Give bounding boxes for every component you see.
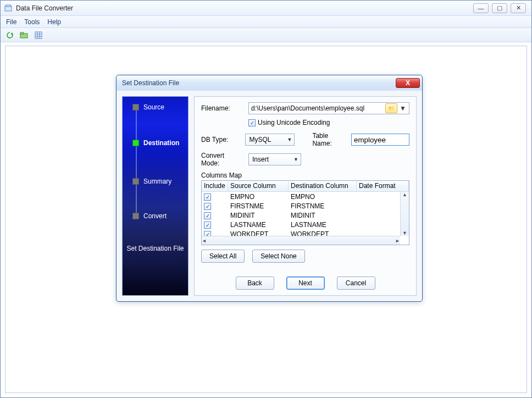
select-none-button[interactable]: Select None: [252, 250, 304, 263]
menu-tools[interactable]: Tools: [24, 18, 40, 26]
titlebar: Data File Converter ― ▢ ✕: [1, 1, 531, 16]
wizard-step-label: Summary: [143, 178, 171, 185]
menubar: File Tools Help: [1, 16, 531, 28]
include-checkbox[interactable]: ✓: [204, 203, 211, 210]
tablename-label: Table Name:: [312, 132, 347, 147]
dbtype-value: MySQL: [249, 136, 271, 143]
source-column-cell: FIRSTNME: [228, 202, 289, 210]
app-title: Data File Converter: [16, 4, 473, 12]
dialog-titlebar: Set Destination File X: [117, 75, 422, 91]
browse-button[interactable]: 📁: [385, 103, 397, 113]
columnsmap-label: Columns Map: [201, 172, 409, 179]
cancel-button[interactable]: Cancel: [337, 277, 375, 290]
menu-help[interactable]: Help: [47, 18, 61, 26]
chevron-down-icon: ▼: [287, 137, 292, 142]
destination-column-cell: MIDINIT: [289, 212, 357, 219]
grid-header: Include Source Column Destination Column…: [202, 181, 409, 192]
filename-label: Filename:: [201, 104, 244, 112]
next-button[interactable]: Next: [286, 277, 325, 290]
header-source[interactable]: Source Column: [228, 181, 289, 191]
svg-rect-3: [20, 32, 24, 34]
select-all-button[interactable]: Select All: [201, 250, 245, 263]
convertmode-select[interactable]: Insert ▼: [248, 153, 301, 165]
unicode-checkbox[interactable]: ✓: [248, 119, 256, 126]
filename-dropdown-icon[interactable]: ▼: [399, 104, 407, 112]
refresh-icon[interactable]: [5, 30, 15, 40]
tablename-input[interactable]: [351, 134, 409, 146]
header-include[interactable]: Include: [202, 181, 228, 191]
wizard-step-label: Destination: [143, 139, 179, 147]
unicode-label: Using Unicode Encoding: [258, 119, 330, 126]
open-icon[interactable]: [19, 30, 29, 40]
source-column-cell: LASTNAME: [228, 221, 289, 229]
maximize-button[interactable]: ▢: [492, 3, 507, 13]
dialog-close-button[interactable]: X: [396, 78, 420, 88]
close-button[interactable]: ✕: [511, 3, 526, 13]
main-window: Data File Converter ― ▢ ✕ File Tools Hel…: [0, 0, 532, 398]
wizard-footer-label: Set Destination File: [123, 245, 188, 252]
folder-icon: 📁: [388, 106, 395, 112]
table-row[interactable]: ✓EMPNOEMPNO: [202, 192, 400, 201]
destination-column-cell: EMPNO: [289, 193, 357, 201]
include-checkbox[interactable]: ✓: [204, 194, 211, 201]
wizard-sidebar: Source Destination Summary Convert Set D…: [122, 96, 189, 296]
svg-rect-4: [35, 32, 42, 38]
convertmode-value: Insert: [252, 156, 269, 163]
unicode-option[interactable]: ✓ Using Unicode Encoding: [248, 119, 409, 126]
wizard-step-source[interactable]: Source: [123, 103, 186, 111]
app-icon: [4, 4, 13, 13]
menu-file[interactable]: File: [6, 18, 16, 26]
wizard-step-label: Source: [143, 103, 164, 111]
table-row[interactable]: ✓LASTNAMELASTNAME: [202, 220, 400, 229]
include-checkbox[interactable]: ✓: [204, 231, 211, 236]
wizard-step-label: Convert: [143, 212, 167, 220]
filename-input[interactable]: [249, 104, 385, 112]
toolbar: [1, 28, 531, 42]
include-checkbox[interactable]: ✓: [204, 212, 211, 219]
svg-rect-1: [6, 5, 10, 7]
grid-icon[interactable]: [34, 30, 43, 40]
header-destination[interactable]: Destination Column: [289, 181, 357, 191]
wizard-step-summary[interactable]: Summary: [123, 178, 186, 185]
destination-column-cell: WORKDEPT: [289, 230, 357, 236]
destination-panel: Filename: 📁 ▼ ✓ Using Unicode Encoding D…: [194, 96, 417, 296]
table-row[interactable]: ✓FIRSTNMEFIRSTNME: [202, 201, 400, 211]
dbtype-label: DB Type:: [201, 136, 241, 143]
dialog-title: Set Destination File: [122, 79, 179, 87]
table-row[interactable]: ✓WORKDEPTWORKDEPT: [202, 229, 400, 236]
destination-column-cell: FIRSTNME: [289, 202, 357, 210]
back-button[interactable]: Back: [236, 277, 274, 290]
header-dateformat[interactable]: Date Format: [357, 181, 409, 191]
source-column-cell: MIDINIT: [228, 212, 289, 219]
wizard-step-destination[interactable]: Destination: [123, 139, 186, 147]
table-row[interactable]: ✓MIDINITMIDINIT: [202, 211, 400, 220]
columns-map-grid: Include Source Column Destination Column…: [201, 180, 409, 245]
include-checkbox[interactable]: ✓: [204, 222, 211, 229]
dbtype-select[interactable]: MySQL ▼: [245, 134, 295, 146]
minimize-button[interactable]: ―: [473, 3, 489, 13]
wizard-step-convert[interactable]: Convert: [123, 212, 186, 220]
chevron-down-icon: ▼: [293, 157, 298, 162]
convertmode-label: Convert Mode:: [201, 152, 244, 167]
filename-field: 📁 ▼: [248, 102, 409, 114]
grid-vertical-scrollbar[interactable]: ▲▼: [400, 192, 409, 236]
set-destination-dialog: Set Destination File X Source Destinatio…: [116, 75, 423, 302]
destination-column-cell: LASTNAME: [289, 221, 357, 229]
source-column-cell: WORKDEPT: [228, 230, 289, 236]
grid-horizontal-scrollbar[interactable]: ◄►: [202, 236, 400, 245]
source-column-cell: EMPNO: [228, 193, 289, 201]
window-buttons: ― ▢ ✕: [473, 3, 526, 13]
